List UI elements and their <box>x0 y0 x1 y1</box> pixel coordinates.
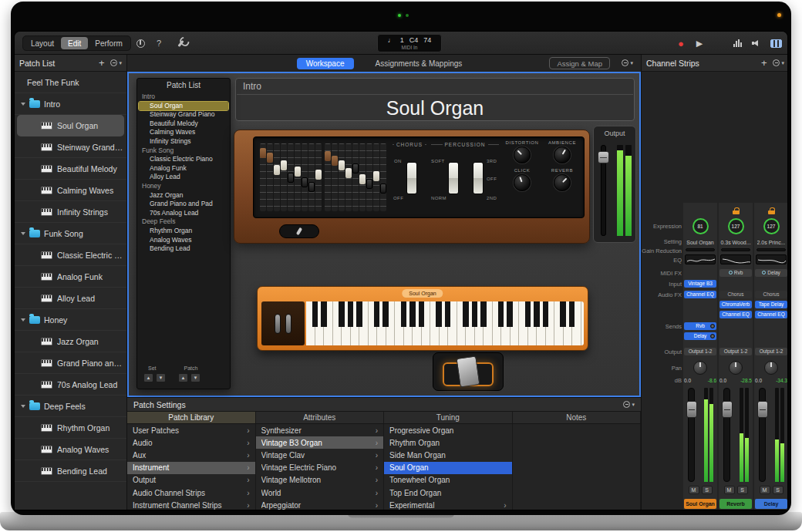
disclosure-triangle-icon[interactable] <box>21 405 25 408</box>
library-row[interactable]: Experimental› <box>384 499 512 510</box>
volume-fader[interactable] <box>688 388 695 482</box>
library-row[interactable]: Vintage Mellotron› <box>256 474 384 487</box>
library-row[interactable]: Synthesizer› <box>256 424 384 436</box>
library-row[interactable]: Audio› <box>127 436 255 449</box>
patch-down-button[interactable]: ▼ <box>190 373 200 382</box>
eq-thumbnail[interactable] <box>685 254 716 264</box>
overlay-patch-row[interactable]: Jazz Organ <box>137 191 230 200</box>
library-row-selected[interactable]: Vintage B3 Organ› <box>256 436 384 449</box>
ambience-knob[interactable] <box>554 146 571 163</box>
assign-map-button[interactable]: Assign & Map <box>549 57 610 69</box>
drawbar[interactable] <box>332 143 338 211</box>
edit-mode-button[interactable]: Edit <box>61 37 88 49</box>
drawbar[interactable] <box>359 143 366 211</box>
drawbar[interactable] <box>380 143 386 211</box>
volume-fader[interactable] <box>723 388 730 482</box>
solo-button[interactable]: S <box>737 486 748 494</box>
library-row[interactable]: Rhythm Organ <box>384 436 512 449</box>
disclosure-triangle-icon[interactable] <box>21 103 25 106</box>
patch-up-button[interactable]: ▲ <box>178 373 188 382</box>
wrench-icon[interactable] <box>174 36 187 50</box>
concert-row[interactable]: Feel The Funk <box>15 72 126 93</box>
tuner-icon[interactable] <box>133 36 147 50</box>
fader-handle[interactable] <box>722 401 733 418</box>
send-slot[interactable]: Delay <box>684 332 716 340</box>
setting-name[interactable]: 2.0s Princ... <box>757 240 786 245</box>
distortion-knob[interactable] <box>514 146 531 163</box>
solo-button[interactable]: S <box>702 486 713 494</box>
mute-button[interactable]: M <box>760 486 770 494</box>
audio-fx-slot[interactable]: Channel EQ <box>684 291 716 298</box>
patch-row[interactable]: Infinity Strings <box>15 201 126 223</box>
play-button[interactable]: ▶ <box>692 35 707 51</box>
channel-strips-toggle-icon[interactable] <box>769 36 783 50</box>
library-row[interactable]: Aux› <box>127 449 255 461</box>
patch-row[interactable]: Beautiful Melody <box>15 158 126 180</box>
pan-knob[interactable] <box>693 361 707 375</box>
add-channel-strip-button[interactable]: + <box>761 59 767 67</box>
eq-thumbnail[interactable] <box>756 254 787 264</box>
drawbar[interactable] <box>288 143 294 211</box>
disclosure-triangle-icon[interactable] <box>21 232 25 235</box>
overlay-patch-row[interactable]: Bending Lead <box>137 244 230 254</box>
overlay-set-row[interactable]: Deep Feels <box>137 217 230 227</box>
patch-row[interactable]: Alloy Lead <box>15 288 126 309</box>
patch-row[interactable]: Analog Funk <box>15 266 126 288</box>
library-row[interactable]: Audio Channel Strips› <box>127 487 255 499</box>
drawbar[interactable] <box>339 143 345 211</box>
library-row[interactable]: Vintage Clav› <box>256 449 384 461</box>
library-row[interactable]: Side Man Organ <box>384 449 512 461</box>
eq-thumbnail[interactable] <box>720 254 751 264</box>
overlay-set-row[interactable]: Honey <box>137 182 230 191</box>
overlay-patch-row[interactable]: Beautiful Melody <box>137 120 230 129</box>
drawbar[interactable] <box>267 143 273 211</box>
drawbar[interactable] <box>325 143 331 211</box>
onscreen-keyboard[interactable]: Soul Organ <box>257 286 588 351</box>
drawbar[interactable] <box>274 143 280 211</box>
library-row-selected[interactable]: Soul Organ <box>384 462 512 474</box>
send-slot[interactable]: Rvb <box>684 322 716 330</box>
bus-input-slot[interactable]: Rvb <box>719 269 752 277</box>
output-slot[interactable]: Output 1-2 <box>719 348 752 355</box>
set-row[interactable]: Intro <box>15 93 126 115</box>
click-knob[interactable] <box>514 174 531 191</box>
patch-row[interactable]: Classic Electric Piano <box>15 244 126 266</box>
workspace-canvas[interactable]: Intro Soul Organ Patch List Intro Soul O… <box>127 72 641 397</box>
patch-row[interactable]: Grand Piano and Pad <box>15 352 126 374</box>
mute-icon[interactable] <box>749 36 763 50</box>
overlay-patch-row[interactable]: Classic Electric Piano <box>137 155 230 164</box>
layout-mode-button[interactable]: Layout <box>24 37 61 49</box>
overlay-patch-row[interactable]: Alloy Lead <box>137 173 230 182</box>
patch-list-action-menu[interactable]: ▾ <box>110 59 122 66</box>
set-row[interactable]: Deep Feels <box>15 396 126 417</box>
mute-button[interactable]: M <box>689 486 699 494</box>
percussion-harmonic-switch[interactable] <box>473 162 484 194</box>
expression-knob[interactable]: 127 <box>728 218 744 234</box>
drawbar[interactable] <box>366 143 372 211</box>
overlay-set-row[interactable]: Intro <box>137 93 230 102</box>
pedal-foot[interactable] <box>456 355 480 387</box>
help-icon[interactable]: ? <box>152 36 166 50</box>
patch-row[interactable]: 70s Analog Lead <box>15 374 126 396</box>
overlay-patch-row[interactable]: Calming Waves <box>137 128 230 137</box>
rotary-speed-switch[interactable] <box>279 224 319 238</box>
add-patch-button[interactable]: + <box>99 59 105 67</box>
patch-row[interactable]: Calming Waves <box>15 180 126 201</box>
workspace-action-menu[interactable]: ▾ <box>622 59 633 66</box>
patch-row[interactable]: Jazz Organ <box>15 331 126 352</box>
fader-handle[interactable] <box>757 401 768 418</box>
pan-knob[interactable] <box>764 361 778 375</box>
strip-name-plate[interactable]: Soul Organ <box>684 499 716 509</box>
tab-workspace[interactable]: Workspace <box>297 58 354 69</box>
drawbar[interactable] <box>281 143 287 211</box>
drawbar[interactable] <box>302 143 308 211</box>
expression-knob[interactable]: 127 <box>763 218 780 234</box>
pan-knob[interactable] <box>729 361 743 375</box>
master-levels-icon[interactable] <box>730 36 744 50</box>
drawbar[interactable] <box>315 143 322 211</box>
pitch-wheel[interactable] <box>275 314 281 334</box>
patch-list-screen-control[interactable]: Patch List Intro Soul Organ Steinway Gra… <box>136 78 231 389</box>
overlay-patch-row[interactable]: Grand Piano and Pad <box>137 200 230 209</box>
overlay-patch-row[interactable]: Rhythm Organ <box>137 227 230 236</box>
patch-row[interactable]: Bending Lead <box>15 460 126 482</box>
